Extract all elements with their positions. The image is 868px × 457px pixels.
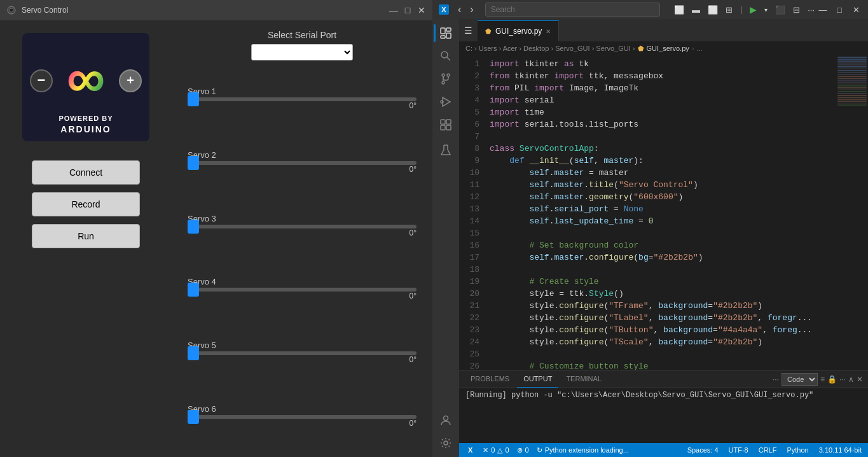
line-num-17: 17	[459, 251, 479, 264]
code-area[interactable]: import tkinter as tk from tkinter import…	[485, 55, 836, 370]
code-line-22: style.configure("TLabel", background="#2…	[490, 312, 831, 324]
line-num-8: 8	[459, 143, 479, 155]
vscode-minimize-button[interactable]: —	[817, 5, 829, 15]
code-line-13: self.serial_port = None	[490, 203, 831, 215]
run-button[interactable]: Run	[32, 224, 140, 248]
breadcrumb: C: › Users › Acer › Desktop › Servo_GUI …	[459, 41, 868, 55]
connect-button[interactable]: Connect	[32, 160, 140, 185]
code-line-1: import tkinter as tk	[490, 58, 831, 70]
servo-3-slider[interactable]	[188, 225, 417, 229]
debug-icon[interactable]: ⬛	[773, 4, 788, 16]
servo-2-slider[interactable]	[188, 161, 417, 165]
code-line-8: class ServoControlApp:	[490, 143, 831, 155]
vscode-status-icon[interactable]: X	[464, 446, 476, 454]
line-num-9: 9	[459, 155, 479, 167]
run-debug-icon[interactable]	[437, 93, 455, 111]
split-icon[interactable]: ⊟	[790, 4, 803, 16]
terminal-tab[interactable]: TERMINAL	[560, 371, 608, 388]
minimap-content	[836, 55, 868, 108]
error-status[interactable]: ✕ 0 △ 0	[481, 446, 510, 454]
vscode-search-input[interactable]	[485, 3, 660, 17]
breadcrumb-file-icon: ⬟	[638, 45, 644, 53]
code-line-12: self.master.geometry("600x600")	[490, 191, 831, 203]
run-icon[interactable]: ▶	[747, 3, 759, 16]
run-dropdown-icon[interactable]: ▾	[762, 5, 770, 15]
extensions-icon[interactable]	[437, 116, 455, 134]
search-icon[interactable]	[437, 47, 455, 65]
panel-lock-icon[interactable]: 🔒	[827, 375, 837, 384]
sidebar-menu-icon[interactable]: ☰	[459, 19, 478, 41]
serial-port-section: Select Serial Port COM1 COM2 COM3	[188, 30, 417, 60]
spaces-text: Spaces: 4	[687, 446, 719, 454]
infinity-svg: ∞ − + POWERED BY	[25, 46, 146, 129]
panel-code-select[interactable]: Code	[782, 373, 818, 386]
vscode-window-controls: — □ ✕	[817, 5, 862, 15]
servo-6-slider[interactable]	[188, 415, 417, 419]
left-sidebar: ∞ − + POWERED BY ARDUINO	[0, 20, 172, 457]
git-status[interactable]: ⊗ 0	[516, 446, 530, 454]
problems-tab[interactable]: PROBLEMS	[464, 371, 516, 388]
code-line-23: style.configure("TButton", background="#…	[490, 324, 831, 336]
editor-main: ☰ ⬟ GUI_servo.py ✕ C: › Users › Acer › D…	[459, 19, 868, 457]
editor-tabs: ☰ ⬟ GUI_servo.py ✕	[459, 19, 868, 41]
spaces-status[interactable]: Spaces: 4	[686, 446, 720, 454]
vscode-maximize-button[interactable]: □	[834, 5, 845, 15]
panel-toggle-icon[interactable]: ▬	[689, 4, 703, 16]
servo-5-slider[interactable]	[188, 351, 417, 355]
forward-button[interactable]: ›	[467, 3, 476, 17]
flask-icon[interactable]	[437, 141, 455, 159]
vscode-close-button[interactable]: ✕	[850, 5, 862, 15]
source-control-icon[interactable]	[437, 70, 455, 88]
breadcrumb-file: GUI_servo.py	[647, 45, 689, 52]
servo-4-slider[interactable]	[188, 288, 417, 292]
encoding-status[interactable]: UTF-8	[727, 446, 750, 454]
mm-14	[837, 81, 867, 83]
output-tab[interactable]: OUTPUT	[517, 371, 558, 388]
python-ext-text: Python extension loading...	[545, 446, 629, 454]
more-icon[interactable]: ···	[805, 4, 817, 16]
accounts-icon[interactable]	[437, 411, 455, 429]
python-version-status[interactable]: 3.10.11 64-bit	[818, 446, 863, 454]
back-button[interactable]: ‹	[455, 3, 464, 17]
maximize-button[interactable]: □	[403, 6, 412, 15]
mm-26	[837, 104, 867, 106]
svg-rect-10	[446, 28, 451, 31]
servo-5-slider-row	[188, 351, 417, 355]
explorer-icon[interactable]	[437, 24, 455, 42]
close-button[interactable]: ✕	[417, 6, 426, 15]
split-editor-icon[interactable]: ⬜	[705, 4, 720, 16]
layout-icon[interactable]: ⊞	[723, 4, 735, 16]
servo-1-slider[interactable]	[188, 97, 417, 101]
mm-9	[837, 72, 867, 73]
servo-panel: Select Serial Port COM1 COM2 COM3 Servo …	[172, 20, 432, 457]
minimize-button[interactable]: —	[389, 6, 398, 15]
panel-up-button[interactable]: ∧	[848, 375, 854, 384]
panel-list-icon[interactable]: ≡	[820, 375, 825, 384]
mm-15	[837, 83, 867, 85]
tab-filename: GUI_servo.py	[495, 27, 542, 36]
python-ext-status[interactable]: ↻ Python extension loading...	[535, 446, 630, 454]
record-button[interactable]: Record	[32, 192, 140, 216]
panel-ellipsis-button[interactable]: ···	[839, 375, 846, 384]
panel-tabs: PROBLEMS OUTPUT TERMINAL ··· Code ≡ 🔒 ··…	[459, 370, 868, 388]
vscode-nav: ‹ ›	[455, 3, 665, 17]
serial-port-select[interactable]: COM1 COM2 COM3	[251, 44, 353, 60]
panel-more-button[interactable]: ···	[773, 375, 779, 384]
line-num-1: 1	[459, 58, 479, 70]
settings-icon[interactable]	[437, 434, 455, 452]
sidebar-toggle-icon[interactable]: ⬜	[672, 4, 687, 16]
line-num-18: 18	[459, 264, 479, 276]
breadcrumb-text: C: › Users › Acer › Desktop › Servo_GUI …	[465, 45, 635, 52]
svg-marker-19	[443, 97, 450, 106]
editor-tab-gui-servo[interactable]: ⬟ GUI_servo.py ✕	[478, 20, 559, 41]
line-num-14: 14	[459, 215, 479, 227]
error-count: 0	[491, 446, 495, 454]
line-ending-status[interactable]: CRLF	[757, 446, 778, 454]
code-line-16: # Set background color	[490, 239, 831, 251]
language-status[interactable]: Python	[785, 446, 809, 454]
tab-close-button[interactable]: ✕	[546, 28, 551, 35]
panel-close-button[interactable]: ✕	[857, 375, 863, 384]
arduino-logo: ∞ − + POWERED BY ARDUINO	[22, 33, 149, 141]
code-line-15	[490, 227, 831, 239]
code-line-11: self.master.title("Servo Control")	[490, 179, 831, 191]
